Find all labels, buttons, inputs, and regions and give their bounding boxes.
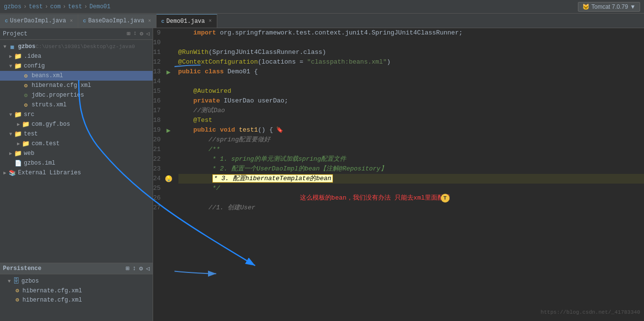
- code-editor-content[interactable]: import org.springframework.test.context.…: [174, 28, 644, 321]
- tab-bar: c UserDaoImpl.java × c BaseDaoImpl.java …: [0, 14, 644, 28]
- code-line-26: //placeholder 这么模板的bean，我们没有办法 只能去xml里面配…: [178, 193, 644, 203]
- tab-basedaoimpl[interactable]: c BaseDaoImpl.java ×: [78, 14, 157, 28]
- label-struts-xml: struts.xml: [32, 101, 67, 108]
- breadcrumb-test2[interactable]: test: [68, 3, 82, 10]
- tree-web[interactable]: ▶ 📁 web: [0, 149, 153, 158]
- persistence-tools: ⊞ ↕ ⚙ ◁: [126, 265, 150, 272]
- tree-beans-xml[interactable]: ⚙ beans.xml: [0, 71, 153, 81]
- yellow-circle-26: T: [441, 194, 450, 203]
- xml-icon-persist1: ⚙: [16, 287, 19, 294]
- ln-26: 26: [153, 193, 164, 203]
- tomcat-button[interactable]: 🐱 Tomcat 7.0.79 ▼: [578, 2, 640, 12]
- gutter-27: [164, 203, 174, 213]
- code-line-11: @RunWith(SpringJUnit4ClassRunner.class): [178, 48, 644, 57]
- folder-icon-config: 📁: [14, 62, 22, 70]
- ln-12: 12: [153, 57, 164, 67]
- gutter-15: [164, 86, 174, 96]
- run-arrow-13[interactable]: ▶: [166, 68, 170, 76]
- java-file-icon3: c: [161, 18, 165, 24]
- ln-10: 10: [153, 38, 164, 48]
- db-icon-gzbos: 🗄: [13, 277, 19, 285]
- tree-struts-xml[interactable]: ⚙ struts.xml: [0, 100, 153, 110]
- gutter-21: [164, 145, 174, 154]
- tree-jdbc-props[interactable]: ⚙ jdbc.properties: [0, 90, 153, 100]
- tree-test[interactable]: ▼ 📁 test: [0, 129, 153, 139]
- breadcrumb-gzbos[interactable]: gzbos: [4, 3, 21, 10]
- gutter-22: [164, 154, 174, 164]
- gutter-16: [164, 96, 174, 106]
- code-line-18: @Test: [178, 116, 644, 125]
- ln-15: 15: [153, 86, 164, 96]
- tab-userdaoimpl[interactable]: c UserDaoImpl.java ×: [0, 14, 78, 28]
- xml-icon-struts: ⚙: [21, 101, 30, 109]
- ln-16: 16: [153, 96, 164, 106]
- arrow-extlibs: ▶: [2, 170, 8, 176]
- bookmark-19: 🔖: [276, 125, 283, 135]
- code-line-15: @Autowired: [178, 86, 644, 96]
- folder-icon-src: 📁: [14, 111, 22, 118]
- code-area[interactable]: 9 10 11 12 13 14 15 16 17 18 19 20 21 22…: [153, 28, 644, 321]
- tree-com-test[interactable]: ▶ 📁 com.test: [0, 139, 153, 149]
- sidebar-tool-1[interactable]: ⊞: [127, 30, 130, 37]
- gutter-18: [164, 116, 174, 125]
- tree-src[interactable]: ▼ 📁 src: [0, 110, 153, 119]
- tree-config[interactable]: ▼ 📁 config: [0, 61, 153, 71]
- ln-21: 21: [153, 145, 164, 154]
- tab-label-basedaoimpl: BaseDaoImpl.java: [88, 17, 144, 24]
- code-line-17: //测试Dao: [178, 106, 644, 116]
- ln-19: 19: [153, 125, 164, 135]
- sidebar-tool-2[interactable]: ↕: [133, 30, 137, 37]
- persistence-gzbos[interactable]: ▼ 🗄 gzbos: [2, 276, 151, 286]
- tree-root-gzbos[interactable]: ▼ ◼ gzbos C:\Users\10301\Desktop\gz-java…: [0, 42, 153, 51]
- bulb-icon-24[interactable]: 💡: [165, 175, 172, 182]
- persistence-panel: Persistence ⊞ ↕ ⚙ ◁ ▼ 🗄 gzbos ⚙: [0, 263, 153, 321]
- arrow-test: ▼: [8, 132, 14, 137]
- code-line-21: /**: [178, 145, 644, 154]
- persistence-tool-gear[interactable]: ⚙: [139, 265, 143, 272]
- xml-icon-persist2: ⚙: [16, 296, 19, 304]
- tab-close-userdaoimpl[interactable]: ×: [70, 18, 73, 24]
- label-jdbc-props: jdbc.properties: [32, 92, 84, 99]
- tree-gzbos-iml[interactable]: 📄 gzbos.iml: [0, 158, 153, 168]
- sidebar-tools: ⊞ ↕ ⚙ ◁: [127, 30, 150, 37]
- sidebar-tool-expand[interactable]: ◁: [146, 30, 150, 37]
- persistence-tool-expand[interactable]: ◁: [146, 265, 150, 272]
- arrow-gzbos-persist: ▼: [8, 279, 11, 284]
- breadcrumb-test[interactable]: test: [29, 3, 43, 10]
- arrow-comgyf: ▶: [16, 121, 21, 127]
- tab-demo01[interactable]: c Demo01.java ×: [157, 14, 217, 28]
- breadcrumb-com[interactable]: com: [50, 3, 61, 10]
- label-src: src: [24, 111, 35, 118]
- ln-25: 25: [153, 184, 164, 193]
- gutter-9: [164, 28, 174, 38]
- right-tools: 🐱 Tomcat 7.0.79 ▼: [578, 2, 640, 12]
- sidebar-tool-gear[interactable]: ⚙: [140, 30, 143, 37]
- persistence-tool-2[interactable]: ↕: [133, 265, 137, 272]
- label-ext-libs: External Libraries: [18, 169, 81, 176]
- folder-icon-idea: 📁: [14, 52, 22, 60]
- run-arrow-19[interactable]: ▶: [166, 126, 170, 135]
- ln-11: 11: [153, 48, 164, 57]
- persistence-hibernate1[interactable]: ⚙ hibernate.cfg.xml: [2, 286, 151, 295]
- line-numbers: 9 10 11 12 13 14 15 16 17 18 19 20 21 22…: [153, 28, 164, 321]
- tree-idea[interactable]: ▶ 📁 .idea: [0, 51, 153, 61]
- breadcrumb-demo01[interactable]: Demo01: [89, 3, 110, 10]
- label-com-gyf: com.gyf.bos: [32, 121, 70, 128]
- arrow-idea: ▶: [8, 53, 14, 59]
- tab-close-demo01[interactable]: ×: [209, 18, 212, 24]
- tree-com-gyf[interactable]: ▶ 📁 com.gyf.bos: [0, 119, 153, 129]
- tree-hibernate-cfg[interactable]: ⚙ hibernate.cfg.xml: [0, 81, 153, 90]
- ln-27: 27: [153, 203, 164, 213]
- ln-14: 14: [153, 77, 164, 86]
- persistence-tool-1[interactable]: ⊞: [126, 265, 130, 272]
- tab-close-basedaoimpl[interactable]: ×: [148, 18, 151, 24]
- arrow-config: ▼: [8, 64, 14, 69]
- tomcat-icon: 🐱: [582, 3, 590, 10]
- persistence-hibernate2[interactable]: ⚙ hibernate.cfg.xml: [2, 295, 151, 304]
- label-test: test: [24, 131, 38, 137]
- tree-ext-libs[interactable]: ▶ 📚 External Libraries: [0, 168, 153, 178]
- label-hibernate-cfg: hibernate.cfg.xml: [32, 82, 91, 89]
- highlight-text-24: * 3. 配置hibernateTemplate的bean: [212, 174, 333, 183]
- label-com-test: com.test: [32, 140, 60, 147]
- java-file-icon: c: [5, 18, 8, 24]
